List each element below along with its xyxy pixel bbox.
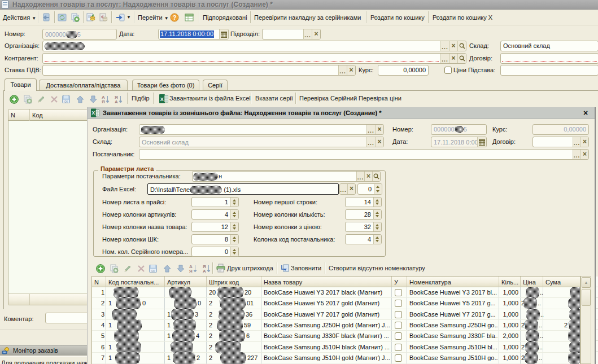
svg-text:Я: Я [102, 99, 105, 104]
svg-text:X: X [92, 110, 95, 116]
svg-text:X: X [160, 97, 164, 102]
svg-text:ОК: ОК [64, 100, 68, 103]
svg-text:Я: Я [189, 269, 193, 273]
svg-text:А: А [203, 269, 206, 273]
svg-text:ОК: ОК [151, 270, 155, 273]
svg-text:?: ? [173, 14, 177, 21]
svg-text:А: А [115, 99, 118, 104]
